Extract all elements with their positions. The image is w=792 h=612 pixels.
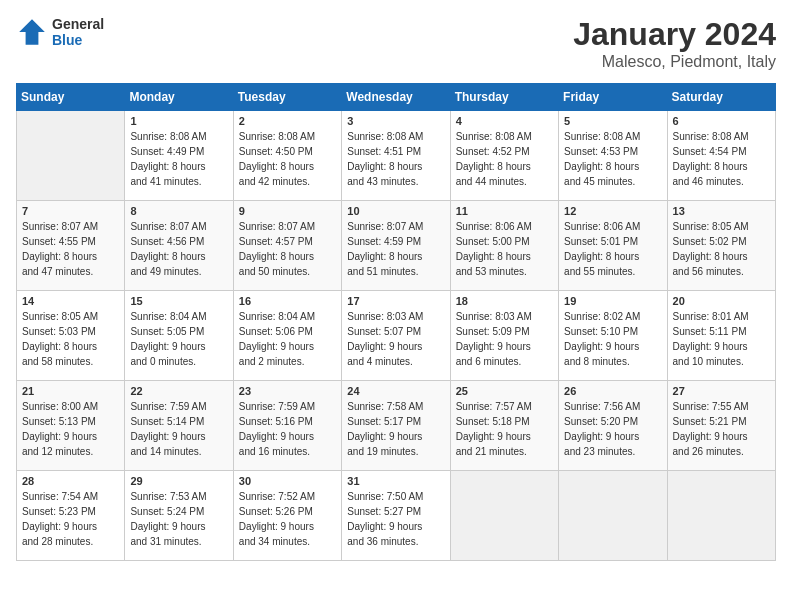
day-info: Sunrise: 8:08 AMSunset: 4:51 PMDaylight:… xyxy=(347,129,444,189)
day-number: 11 xyxy=(456,205,553,217)
day-number: 3 xyxy=(347,115,444,127)
calendar-cell: 22Sunrise: 7:59 AMSunset: 5:14 PMDayligh… xyxy=(125,381,233,471)
calendar-cell xyxy=(559,471,667,561)
calendar-cell: 8Sunrise: 8:07 AMSunset: 4:56 PMDaylight… xyxy=(125,201,233,291)
day-info: Sunrise: 8:08 AMSunset: 4:53 PMDaylight:… xyxy=(564,129,661,189)
calendar-cell: 20Sunrise: 8:01 AMSunset: 5:11 PMDayligh… xyxy=(667,291,775,381)
day-number: 23 xyxy=(239,385,336,397)
day-number: 13 xyxy=(673,205,770,217)
day-number: 22 xyxy=(130,385,227,397)
calendar-cell xyxy=(450,471,558,561)
day-number: 25 xyxy=(456,385,553,397)
logo-general: General xyxy=(52,16,104,32)
header-day-wednesday: Wednesday xyxy=(342,84,450,111)
week-row-5: 28Sunrise: 7:54 AMSunset: 5:23 PMDayligh… xyxy=(17,471,776,561)
title-block: January 2024 Malesco, Piedmont, Italy xyxy=(573,16,776,71)
day-number: 19 xyxy=(564,295,661,307)
calendar-cell: 10Sunrise: 8:07 AMSunset: 4:59 PMDayligh… xyxy=(342,201,450,291)
day-number: 24 xyxy=(347,385,444,397)
day-number: 2 xyxy=(239,115,336,127)
calendar-cell: 6Sunrise: 8:08 AMSunset: 4:54 PMDaylight… xyxy=(667,111,775,201)
calendar-cell: 27Sunrise: 7:55 AMSunset: 5:21 PMDayligh… xyxy=(667,381,775,471)
calendar-cell: 29Sunrise: 7:53 AMSunset: 5:24 PMDayligh… xyxy=(125,471,233,561)
calendar-cell: 16Sunrise: 8:04 AMSunset: 5:06 PMDayligh… xyxy=(233,291,341,381)
day-number: 4 xyxy=(456,115,553,127)
calendar-cell: 30Sunrise: 7:52 AMSunset: 5:26 PMDayligh… xyxy=(233,471,341,561)
day-number: 21 xyxy=(22,385,119,397)
day-info: Sunrise: 8:08 AMSunset: 4:54 PMDaylight:… xyxy=(673,129,770,189)
header-day-monday: Monday xyxy=(125,84,233,111)
calendar-cell: 2Sunrise: 8:08 AMSunset: 4:50 PMDaylight… xyxy=(233,111,341,201)
day-info: Sunrise: 7:59 AMSunset: 5:16 PMDaylight:… xyxy=(239,399,336,459)
day-info: Sunrise: 7:50 AMSunset: 5:27 PMDaylight:… xyxy=(347,489,444,549)
day-number: 29 xyxy=(130,475,227,487)
main-title: January 2024 xyxy=(573,16,776,53)
day-number: 6 xyxy=(673,115,770,127)
logo: General Blue xyxy=(16,16,104,48)
day-info: Sunrise: 8:07 AMSunset: 4:59 PMDaylight:… xyxy=(347,219,444,279)
day-info: Sunrise: 8:08 AMSunset: 4:50 PMDaylight:… xyxy=(239,129,336,189)
day-number: 1 xyxy=(130,115,227,127)
week-row-1: 1Sunrise: 8:08 AMSunset: 4:49 PMDaylight… xyxy=(17,111,776,201)
header-day-saturday: Saturday xyxy=(667,84,775,111)
subtitle: Malesco, Piedmont, Italy xyxy=(573,53,776,71)
logo-blue: Blue xyxy=(52,32,104,48)
day-number: 7 xyxy=(22,205,119,217)
day-number: 26 xyxy=(564,385,661,397)
header-day-tuesday: Tuesday xyxy=(233,84,341,111)
day-info: Sunrise: 8:07 AMSunset: 4:55 PMDaylight:… xyxy=(22,219,119,279)
day-info: Sunrise: 8:07 AMSunset: 4:56 PMDaylight:… xyxy=(130,219,227,279)
svg-marker-0 xyxy=(19,19,45,45)
logo-text: General Blue xyxy=(52,16,104,48)
day-info: Sunrise: 8:03 AMSunset: 5:07 PMDaylight:… xyxy=(347,309,444,369)
day-number: 27 xyxy=(673,385,770,397)
day-info: Sunrise: 8:07 AMSunset: 4:57 PMDaylight:… xyxy=(239,219,336,279)
day-number: 15 xyxy=(130,295,227,307)
day-info: Sunrise: 8:05 AMSunset: 5:02 PMDaylight:… xyxy=(673,219,770,279)
day-number: 10 xyxy=(347,205,444,217)
calendar-cell: 21Sunrise: 8:00 AMSunset: 5:13 PMDayligh… xyxy=(17,381,125,471)
day-number: 17 xyxy=(347,295,444,307)
day-info: Sunrise: 8:04 AMSunset: 5:06 PMDaylight:… xyxy=(239,309,336,369)
day-number: 20 xyxy=(673,295,770,307)
calendar-cell: 28Sunrise: 7:54 AMSunset: 5:23 PMDayligh… xyxy=(17,471,125,561)
calendar-cell: 9Sunrise: 8:07 AMSunset: 4:57 PMDaylight… xyxy=(233,201,341,291)
day-info: Sunrise: 8:03 AMSunset: 5:09 PMDaylight:… xyxy=(456,309,553,369)
calendar-cell: 23Sunrise: 7:59 AMSunset: 5:16 PMDayligh… xyxy=(233,381,341,471)
day-info: Sunrise: 8:08 AMSunset: 4:52 PMDaylight:… xyxy=(456,129,553,189)
header-row: SundayMondayTuesdayWednesdayThursdayFrid… xyxy=(17,84,776,111)
calendar-cell: 18Sunrise: 8:03 AMSunset: 5:09 PMDayligh… xyxy=(450,291,558,381)
header-day-thursday: Thursday xyxy=(450,84,558,111)
calendar-cell: 7Sunrise: 8:07 AMSunset: 4:55 PMDaylight… xyxy=(17,201,125,291)
day-info: Sunrise: 8:00 AMSunset: 5:13 PMDaylight:… xyxy=(22,399,119,459)
day-number: 30 xyxy=(239,475,336,487)
calendar-cell: 14Sunrise: 8:05 AMSunset: 5:03 PMDayligh… xyxy=(17,291,125,381)
day-info: Sunrise: 8:06 AMSunset: 5:00 PMDaylight:… xyxy=(456,219,553,279)
day-number: 9 xyxy=(239,205,336,217)
week-row-2: 7Sunrise: 8:07 AMSunset: 4:55 PMDaylight… xyxy=(17,201,776,291)
calendar-cell: 5Sunrise: 8:08 AMSunset: 4:53 PMDaylight… xyxy=(559,111,667,201)
calendar-cell: 25Sunrise: 7:57 AMSunset: 5:18 PMDayligh… xyxy=(450,381,558,471)
calendar-cell xyxy=(17,111,125,201)
calendar-cell: 15Sunrise: 8:04 AMSunset: 5:05 PMDayligh… xyxy=(125,291,233,381)
calendar-cell: 3Sunrise: 8:08 AMSunset: 4:51 PMDaylight… xyxy=(342,111,450,201)
day-info: Sunrise: 7:54 AMSunset: 5:23 PMDaylight:… xyxy=(22,489,119,549)
day-number: 8 xyxy=(130,205,227,217)
calendar-cell: 1Sunrise: 8:08 AMSunset: 4:49 PMDaylight… xyxy=(125,111,233,201)
logo-icon xyxy=(16,16,48,48)
calendar-cell: 26Sunrise: 7:56 AMSunset: 5:20 PMDayligh… xyxy=(559,381,667,471)
calendar-cell: 11Sunrise: 8:06 AMSunset: 5:00 PMDayligh… xyxy=(450,201,558,291)
calendar-cell: 24Sunrise: 7:58 AMSunset: 5:17 PMDayligh… xyxy=(342,381,450,471)
calendar-body: 1Sunrise: 8:08 AMSunset: 4:49 PMDaylight… xyxy=(17,111,776,561)
day-number: 16 xyxy=(239,295,336,307)
day-info: Sunrise: 8:02 AMSunset: 5:10 PMDaylight:… xyxy=(564,309,661,369)
day-info: Sunrise: 8:08 AMSunset: 4:49 PMDaylight:… xyxy=(130,129,227,189)
calendar-cell: 31Sunrise: 7:50 AMSunset: 5:27 PMDayligh… xyxy=(342,471,450,561)
calendar-table: SundayMondayTuesdayWednesdayThursdayFrid… xyxy=(16,83,776,561)
day-info: Sunrise: 7:55 AMSunset: 5:21 PMDaylight:… xyxy=(673,399,770,459)
header-day-friday: Friday xyxy=(559,84,667,111)
calendar-cell: 4Sunrise: 8:08 AMSunset: 4:52 PMDaylight… xyxy=(450,111,558,201)
calendar-header: SundayMondayTuesdayWednesdayThursdayFrid… xyxy=(17,84,776,111)
calendar-cell xyxy=(667,471,775,561)
day-number: 31 xyxy=(347,475,444,487)
